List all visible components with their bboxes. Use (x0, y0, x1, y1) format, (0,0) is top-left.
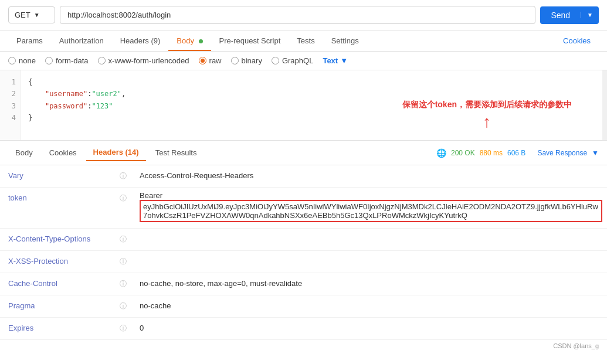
header-val-vary: Access-Control-Request-Headers (135, 165, 607, 186)
option-binary-label: binary (242, 56, 262, 65)
header-key-xcto: X-Content-Type-Options (0, 229, 117, 249)
option-raw[interactable]: raw (199, 56, 222, 65)
header-key-vary: Vary (0, 165, 117, 186)
format-label: Text (323, 56, 338, 65)
tab-cookies[interactable]: Cookies (555, 30, 599, 51)
header-key-pragma: Pragma (0, 295, 117, 316)
tab-headers[interactable]: Headers (9) (112, 30, 169, 51)
line-num-4: 4 (0, 112, 16, 124)
table-row: Expires ⓘ 0 (0, 318, 607, 340)
arrow-up-icon: ↑ (402, 113, 572, 131)
status-size: 606 B (507, 149, 525, 157)
save-response-chevron-icon[interactable]: ▼ (592, 149, 599, 157)
table-row: X-Content-Type-Options ⓘ (0, 229, 607, 251)
table-row: Pragma ⓘ no-cache (0, 295, 607, 318)
table-row-token: token ⓘ Bearer eyJhbGciOiJIUzUxMiJ9.eyJp… (0, 188, 607, 229)
header-info-cache[interactable]: ⓘ (117, 273, 135, 295)
resp-tab-cookies[interactable]: Cookies (42, 145, 84, 161)
tab-settings[interactable]: Settings (323, 30, 367, 51)
resp-tab-headers[interactable]: Headers (14) (86, 144, 146, 161)
line-num-1: 1 (0, 76, 16, 88)
response-status-row: 🌐 200 OK 880 ms 606 B Save Response ▼ (436, 148, 599, 158)
radio-raw[interactable] (199, 57, 206, 64)
header-info-expires[interactable]: ⓘ (117, 318, 135, 339)
send-dropdown-icon[interactable]: ▼ (581, 12, 599, 18)
format-dropdown[interactable]: Text ▼ (323, 56, 348, 65)
code-editor: 1 2 3 4 { "username":"user2", "password"… (0, 70, 607, 141)
table-row: X-XSS-Protection ⓘ (0, 251, 607, 273)
tab-pre-request[interactable]: Pre-request Script (211, 30, 289, 51)
response-headers-table: Vary ⓘ Access-Control-Request-Headers to… (0, 165, 607, 340)
body-active-dot (199, 39, 203, 43)
status-time: 880 ms (480, 149, 503, 157)
header-info-pragma[interactable]: ⓘ (117, 295, 135, 317)
send-button-label: Send (540, 11, 581, 20)
method-select[interactable]: GET ▼ (8, 6, 55, 23)
option-urlencoded[interactable]: x-www-form-urlencoded (98, 56, 189, 65)
header-key-expires: Expires (0, 318, 117, 338)
header-key-cache: Cache-Control (0, 273, 117, 294)
option-urlencoded-label: x-www-form-urlencoded (108, 56, 189, 65)
option-none[interactable]: none (8, 56, 36, 65)
header-val-xxss (135, 251, 607, 263)
header-info-xxss[interactable]: ⓘ (117, 251, 135, 273)
header-val-xcto (135, 229, 607, 240)
header-val-expires: 0 (135, 318, 607, 338)
header-info-vary[interactable]: ⓘ (117, 165, 135, 187)
send-button[interactable]: Send ▼ (540, 6, 599, 24)
globe-icon: 🌐 (436, 148, 446, 158)
resp-tab-test-results[interactable]: Test Results (148, 145, 204, 161)
line-numbers: 1 2 3 4 (0, 70, 21, 140)
radio-binary[interactable] (231, 57, 239, 64)
header-info-token[interactable]: ⓘ (117, 188, 135, 209)
header-val-cache: no-cache, no-store, max-age=0, must-reva… (135, 273, 607, 294)
token-value: eyJhbGciOiJIUzUxMiJ9.eyJpc3MiOiJyYW5saW5… (140, 200, 602, 222)
watermark: CSDN @lans_g (0, 340, 607, 352)
scrollbar[interactable] (602, 70, 607, 140)
option-binary[interactable]: binary (231, 56, 262, 65)
header-key-xxss: X-XSS-Protection (0, 251, 117, 271)
option-none-label: none (19, 56, 36, 65)
tab-tests[interactable]: Tests (289, 30, 323, 51)
line-num-3: 3 (0, 100, 16, 112)
url-input[interactable] (60, 6, 535, 24)
option-graphql-label: GraphQL (282, 56, 313, 65)
annotation-text: 保留这个token，需要添加到后续请求的参数中 (402, 100, 572, 109)
token-annotation: 保留这个token，需要添加到后续请求的参数中 ↑ (402, 100, 572, 131)
main-tabs: Params Authorization Headers (9) Body Pr… (0, 30, 607, 52)
method-chevron-icon: ▼ (34, 12, 40, 18)
bearer-label: Bearer (140, 191, 602, 200)
tab-body[interactable]: Body (168, 30, 211, 51)
header-val-pragma: no-cache (135, 295, 607, 316)
response-tabs: Body Cookies Headers (14) Test Results 🌐… (0, 141, 607, 165)
option-raw-label: raw (209, 56, 222, 65)
radio-form-data[interactable] (45, 57, 53, 64)
body-options-row: none form-data x-www-form-urlencoded raw… (0, 52, 607, 70)
header-info-xcto[interactable]: ⓘ (117, 229, 135, 250)
format-chevron-icon: ▼ (340, 56, 348, 65)
radio-urlencoded[interactable] (98, 57, 106, 64)
table-row: Cache-Control ⓘ no-cache, no-store, max-… (0, 273, 607, 295)
option-graphql[interactable]: GraphQL (272, 56, 313, 65)
tab-authorization[interactable]: Authorization (51, 30, 112, 51)
radio-graphql[interactable] (272, 57, 279, 64)
url-bar: GET ▼ Send ▼ (0, 0, 607, 30)
header-val-token: Bearer eyJhbGciOiJIUzUxMiJ9.eyJpc3MiOiJy… (135, 188, 607, 228)
radio-none[interactable] (8, 57, 16, 64)
status-ok: 200 OK (451, 149, 475, 157)
tab-params[interactable]: Params (8, 30, 51, 51)
header-key-token: token (0, 188, 117, 208)
table-row: Vary ⓘ Access-Control-Request-Headers (0, 165, 607, 188)
resp-tab-body[interactable]: Body (8, 145, 40, 161)
option-form-data[interactable]: form-data (45, 56, 89, 65)
line-num-2: 2 (0, 88, 16, 100)
save-response-button[interactable]: Save Response (537, 149, 587, 157)
method-label: GET (15, 11, 30, 19)
option-form-data-label: form-data (56, 56, 89, 65)
